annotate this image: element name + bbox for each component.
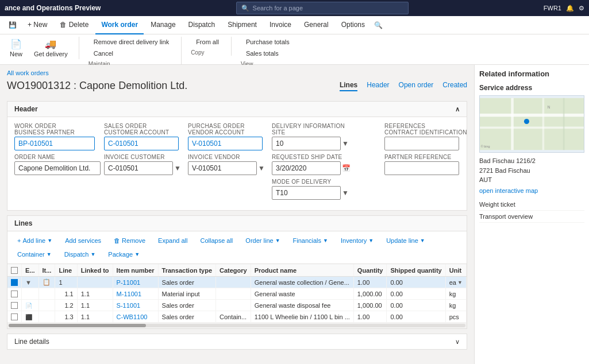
ship-date-input[interactable] xyxy=(272,161,341,175)
row13-item-number[interactable]: C-WB1100 xyxy=(113,311,158,323)
table-row[interactable]: 1.1 1.1 M-11001 Material input General w… xyxy=(7,288,467,300)
calendar-icon[interactable]: 📅 xyxy=(342,164,351,172)
lines-table: E... It... Line Linked to Item number Tr… xyxy=(7,264,467,323)
row1-category xyxy=(216,277,251,288)
ribbon-search-icon[interactable]: 🔍 xyxy=(374,21,383,29)
horizontal-scrollbar[interactable] xyxy=(7,323,467,328)
ribbon-tab-options[interactable]: Options xyxy=(336,16,371,34)
site-dropdown-icon[interactable]: ▼ xyxy=(342,140,349,148)
select-all-checkbox[interactable] xyxy=(11,267,18,274)
open-interactive-map-link[interactable]: open interactive map xyxy=(479,187,584,194)
line-details-section[interactable]: Line details ∨ xyxy=(7,334,467,350)
inventory-btn[interactable]: Inventory ▼ xyxy=(336,235,379,246)
table-row[interactable]: ▼ 📋 1 P-11001 Sales order General waste … xyxy=(7,277,467,288)
row13-checkbox[interactable] xyxy=(11,313,18,320)
row1-quantity: 1.00 xyxy=(353,277,387,288)
container-btn[interactable]: Container ▼ xyxy=(12,249,57,260)
ribbon-salestotals-btn[interactable]: Sales totals xyxy=(241,48,295,59)
row1-checkbox[interactable] xyxy=(11,279,18,286)
ribbon-tab-general[interactable]: General xyxy=(298,16,334,34)
row12-checkbox[interactable] xyxy=(11,302,18,309)
order-name-input[interactable] xyxy=(14,161,101,175)
lines-section-title: Lines xyxy=(7,216,467,231)
invoice-customer-group: Invoice customer ▼ xyxy=(104,154,179,175)
top-bar-right: FWR1 🔔 ⚙ xyxy=(544,5,584,12)
ribbon-save-btn[interactable]: 💾 xyxy=(5,20,21,30)
invoice-vendor-label: Invoice vendor xyxy=(188,154,263,160)
financials-btn[interactable]: Financials ▼ xyxy=(288,235,333,246)
table-row[interactable]: 📄 1.2 1.1 S-11001 Sales order General wa… xyxy=(7,300,467,311)
row1-expand-icon[interactable]: ▼ xyxy=(25,279,32,286)
ribbon-remove-delivery-btn[interactable]: Remove direct delivery link xyxy=(88,37,174,47)
collapse-all-btn[interactable]: Collapse all xyxy=(195,235,238,246)
row1-unit-dropdown[interactable]: ▼ xyxy=(457,280,463,285)
table-row[interactable]: ⬛ 1.3 1.1 C-WB1100 Sales order Contain..… xyxy=(7,311,467,323)
partner-ref-input[interactable] xyxy=(384,161,459,175)
main-area: All work orders WO19001312 : Capone Demo… xyxy=(0,65,589,364)
row1-it-col: 📋 xyxy=(39,277,55,288)
add-line-btn[interactable]: + Add line ▼ xyxy=(12,235,57,246)
invoice-vendor-dropdown-icon[interactable]: ▼ xyxy=(258,164,265,172)
mode-delivery-dropdown-icon[interactable]: ▼ xyxy=(342,189,349,197)
row12-item-number[interactable]: S-11001 xyxy=(113,300,158,311)
package-btn[interactable]: Package ▼ xyxy=(103,249,145,260)
business-partner-input[interactable] xyxy=(14,137,95,150)
site-input[interactable] xyxy=(272,137,341,150)
scrollbar-thumb[interactable] xyxy=(9,324,146,327)
ribbon-tab-manage[interactable]: Manage xyxy=(145,16,181,34)
settings-icon[interactable]: ⚙ xyxy=(579,5,584,12)
tab-lines[interactable]: Lines xyxy=(340,81,357,91)
tab-openorder[interactable]: Open order xyxy=(399,81,434,91)
invoice-vendor-input[interactable] xyxy=(188,161,257,175)
row13-product-name: 1100 L Wheelie bin / 1100 L bin ... xyxy=(251,311,353,323)
customer-account-input[interactable] xyxy=(104,137,179,150)
lines-toolbar: + Add line ▼ Add services 🗑 Remove Expan… xyxy=(7,231,467,264)
ribbon-new-button[interactable]: 📄 New xyxy=(5,37,28,59)
ribbon-cancel-btn[interactable]: Cancel xyxy=(88,48,174,59)
copy-group-label: Copy xyxy=(191,49,224,56)
dispatch-btn[interactable]: Dispatch ▼ xyxy=(59,249,101,260)
line-details-expand-icon[interactable]: ∨ xyxy=(455,338,460,346)
ribbon-purchasetotals-btn[interactable]: Purchase totals xyxy=(241,37,295,47)
col-item-number: Item number xyxy=(113,264,158,277)
ribbon-fromall-btn[interactable]: From all xyxy=(191,37,224,47)
update-line-btn[interactable]: Update line ▼ xyxy=(381,235,430,246)
search-bar[interactable]: 🔍 Search for a page xyxy=(236,2,409,14)
row13-linked: 1.1 xyxy=(77,311,113,323)
delivery-info-group: DELIVERY INFORMATION Site ▼ Requested sh… xyxy=(272,123,375,200)
row1-item-number[interactable]: P-11001 xyxy=(113,277,158,288)
ribbon-tab-new[interactable]: + New xyxy=(22,16,53,34)
add-services-btn[interactable]: Add services xyxy=(60,235,106,246)
ribbon-getdelivery-button[interactable]: 🚚 Get delivery xyxy=(30,37,72,59)
tab-header[interactable]: Header xyxy=(367,81,389,91)
ribbon-tab-invoice[interactable]: Invoice xyxy=(264,16,297,34)
order-line-btn[interactable]: Order line ▼ xyxy=(240,235,285,246)
vendor-account-input[interactable] xyxy=(188,137,263,150)
purchase-order-main-label: PURCHASE ORDER xyxy=(188,123,263,129)
breadcrumb[interactable]: All work orders xyxy=(7,69,467,76)
content-area: All work orders WO19001312 : Capone Demo… xyxy=(0,65,474,364)
scrollbar-track xyxy=(9,324,465,327)
row11-item-number[interactable]: M-11001 xyxy=(113,288,158,300)
transport-overview-item[interactable]: Transport overview xyxy=(479,211,584,223)
svg-rect-2 xyxy=(480,127,584,129)
expand-all-btn[interactable]: Expand all xyxy=(153,235,193,246)
svg-rect-0 xyxy=(480,98,584,150)
invoice-customer-dropdown-icon[interactable]: ▼ xyxy=(174,164,181,172)
ribbon-tab-workorder[interactable]: Work order xyxy=(95,16,144,34)
row11-checkbox[interactable] xyxy=(11,291,18,297)
service-address-map[interactable]: N © bing xyxy=(479,95,584,153)
mode-delivery-input[interactable] xyxy=(272,186,341,200)
bell-icon[interactable]: 🔔 xyxy=(566,5,574,12)
contract-id-input[interactable] xyxy=(384,137,459,150)
row1-product-name: General waste collection / Gene... xyxy=(251,277,353,288)
weight-ticket-item[interactable]: Weight ticket xyxy=(479,199,584,211)
tab-created[interactable]: Created xyxy=(442,81,467,91)
ribbon-tab-shipment[interactable]: Shipment xyxy=(222,16,263,34)
remove-btn[interactable]: 🗑 Remove xyxy=(109,235,151,246)
ribbon-tab-dispatch[interactable]: Dispatch xyxy=(183,16,221,34)
invoice-customer-input[interactable] xyxy=(104,161,173,175)
row13-cube-icon: ⬛ xyxy=(25,314,32,320)
header-collapse-icon[interactable]: ∧ xyxy=(455,106,460,113)
ribbon-tab-delete[interactable]: 🗑 Delete xyxy=(54,16,94,34)
